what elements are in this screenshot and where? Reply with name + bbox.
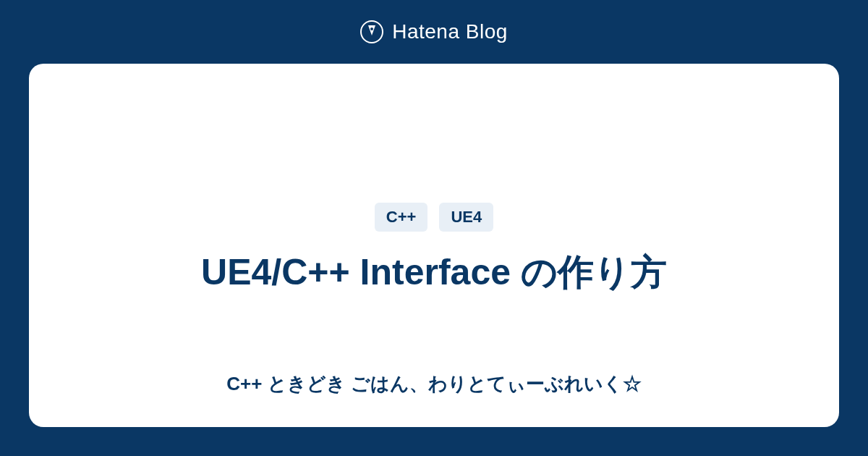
- tag-item: C++: [375, 203, 428, 232]
- article-title: UE4/C++ Interface の作り方: [201, 249, 667, 296]
- blog-subtitle: C++ ときどき ごはん、わりとてぃーぶれいく☆: [226, 371, 642, 397]
- tag-item: UE4: [439, 203, 493, 232]
- hatena-logo-icon: [360, 20, 383, 43]
- article-card: C++ UE4 UE4/C++ Interface の作り方 C++ ときどき …: [29, 64, 839, 427]
- brand-name: Hatena Blog: [392, 20, 508, 43]
- tag-list: C++ UE4: [375, 203, 493, 232]
- header-bar: Hatena Blog: [0, 0, 868, 64]
